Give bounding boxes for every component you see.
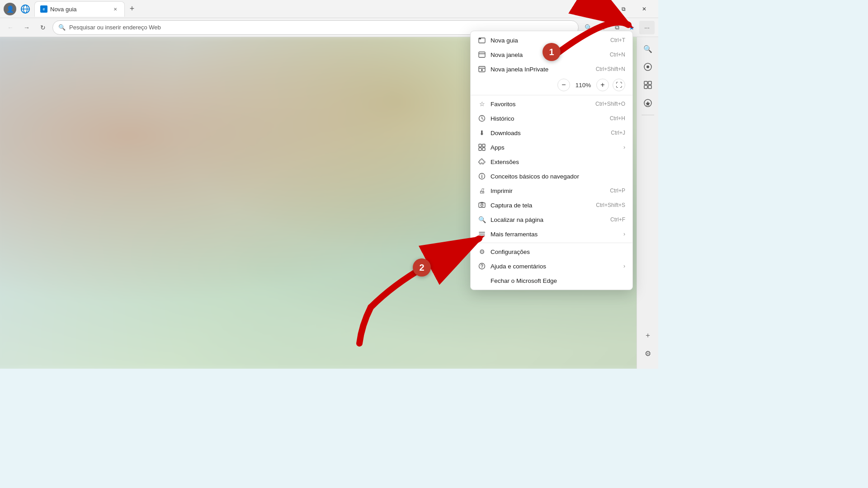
minimize-button[interactable]: —	[592, 2, 613, 16]
sidebar-copilot-button[interactable]	[640, 59, 656, 75]
menu-item-downloads[interactable]: ⬇ Downloads Ctrl+J	[471, 126, 632, 140]
screenshot-icon	[478, 201, 486, 209]
menu-item-conceitos[interactable]: Conceitos básicos do navegador	[471, 169, 632, 183]
ajuda-label: Ajuda e comentários	[491, 263, 619, 270]
inprivate-shortcut: Ctrl+Shift+N	[596, 66, 625, 72]
close-button[interactable]: ✕	[634, 2, 655, 16]
back-button[interactable]: ←	[4, 21, 17, 34]
context-menu: Nova guia Ctrl+T Nova janela Ctrl+N Nova…	[470, 31, 633, 290]
window-icon	[478, 51, 486, 59]
zoom-row: − 110% + ⛶	[471, 76, 632, 94]
svg-rect-8	[648, 85, 651, 89]
svg-rect-5	[644, 81, 647, 84]
zoom-plus-button[interactable]: +	[596, 79, 609, 91]
menu-item-inprivate[interactable]: Nova janela InPrivate Ctrl+Shift+N	[471, 62, 632, 76]
print-icon: 🖨	[478, 187, 486, 195]
downloads-label: Downloads	[491, 130, 606, 136]
downloads-shortcut: Ctrl+J	[611, 130, 625, 136]
sidebar-search-button[interactable]: 🔍	[640, 41, 656, 57]
tab-icon	[478, 36, 486, 44]
captura-label: Captura de tela	[491, 202, 591, 209]
zoom-minus-button[interactable]: −	[557, 79, 570, 91]
tab-close-button[interactable]: ✕	[112, 5, 119, 13]
menu-item-favoritos[interactable]: ☆ Favoritos Ctrl+Shift+O	[471, 97, 632, 111]
nova-janela-shortcut: Ctrl+N	[610, 52, 625, 58]
fechar-label: Fechar o Microsoft Edge	[491, 277, 625, 284]
browser-logo	[19, 3, 32, 15]
ajuda-arrow: ›	[623, 263, 625, 269]
refresh-button[interactable]: ↻	[36, 21, 50, 34]
find-icon: 🔍	[478, 216, 486, 224]
menu-divider-2	[471, 243, 632, 243]
historico-shortcut: Ctrl+H	[610, 115, 625, 122]
profile-avatar[interactable]: 👤	[4, 3, 16, 15]
menu-divider-1	[471, 95, 632, 95]
svg-point-22	[481, 204, 483, 206]
more-tools-icon	[478, 230, 486, 238]
tab-title: Nova guia	[50, 6, 77, 13]
star-icon: ☆	[478, 100, 486, 108]
imprimir-label: Imprimir	[491, 188, 605, 194]
sidebar-discover-button[interactable]	[640, 95, 656, 111]
restore-button[interactable]: ⧉	[613, 2, 634, 16]
title-bar: 👤 e Nova guia ✕ + — ⧉ ✕	[0, 0, 658, 18]
svg-point-20	[481, 175, 482, 176]
mais-arrow: ›	[623, 231, 625, 237]
svg-rect-6	[648, 81, 651, 84]
nova-janela-label: Nova janela	[491, 52, 605, 58]
svg-rect-16	[482, 144, 485, 147]
apps-arrow: ›	[623, 144, 625, 150]
nova-guia-label: Nova guia	[491, 37, 606, 44]
new-tab-button[interactable]: +	[126, 3, 138, 15]
svg-rect-21	[479, 203, 485, 207]
menu-item-mais[interactable]: Mais ferramentas ›	[471, 227, 632, 241]
help-icon	[478, 262, 486, 270]
imprimir-shortcut: Ctrl+P	[610, 188, 625, 194]
menu-item-apps[interactable]: Apps ›	[471, 140, 632, 155]
tab-favicon: e	[40, 5, 47, 13]
settings-more-button[interactable]: ···	[639, 21, 655, 34]
tab-bar: 👤 e Nova guia ✕ +	[4, 1, 592, 17]
menu-item-captura[interactable]: Captura de tela Ctrl+Shift+S	[471, 198, 632, 212]
address-text: Pesquisar ou inserir endereço Web	[69, 24, 161, 31]
history-icon	[478, 114, 486, 122]
svg-point-4	[646, 66, 649, 68]
menu-item-nova-janela[interactable]: Nova janela Ctrl+N	[471, 47, 632, 62]
active-tab[interactable]: e Nova guia ✕	[34, 1, 125, 17]
right-sidebar: 🔍 ＋ ⚙	[637, 37, 658, 369]
menu-item-fechar[interactable]: Fechar o Microsoft Edge	[471, 273, 632, 288]
sidebar-settings-button[interactable]: ⚙	[640, 345, 656, 361]
extensions-icon	[478, 158, 486, 166]
sidebar-divider	[642, 115, 654, 115]
menu-item-nova-guia[interactable]: Nova guia Ctrl+T	[471, 33, 632, 47]
menu-item-historico[interactable]: Histórico Ctrl+H	[471, 111, 632, 126]
inprivate-label: Nova janela InPrivate	[491, 66, 591, 73]
zoom-fullscreen-button[interactable]: ⛶	[613, 79, 625, 91]
historico-label: Histórico	[491, 115, 605, 122]
inprivate-icon	[478, 65, 486, 73]
conceitos-label: Conceitos básicos do navegador	[491, 173, 625, 180]
window-controls: — ⧉ ✕	[592, 2, 655, 16]
svg-rect-18	[482, 148, 485, 150]
mais-label: Mais ferramentas	[491, 231, 619, 238]
menu-item-localizar[interactable]: 🔍 Localizar na página Ctrl+F	[471, 212, 632, 227]
localizar-shortcut: Ctrl+F	[610, 216, 625, 223]
svg-point-25	[481, 267, 482, 268]
sidebar-collections-button[interactable]	[640, 77, 656, 93]
apps-label: Apps	[491, 144, 619, 151]
favoritos-label: Favoritos	[491, 101, 591, 108]
svg-rect-7	[644, 85, 647, 89]
menu-item-extensoes[interactable]: Extensões	[471, 155, 632, 169]
sidebar-plus-button[interactable]: ＋	[640, 327, 656, 343]
close-edge-icon	[478, 277, 486, 285]
menu-item-configuracoes[interactable]: ⚙ Configurações	[471, 244, 632, 259]
svg-rect-15	[479, 144, 481, 147]
apps-icon	[478, 143, 486, 151]
menu-item-ajuda[interactable]: Ajuda e comentários ›	[471, 259, 632, 273]
localizar-label: Localizar na página	[491, 216, 606, 223]
svg-point-13	[481, 69, 483, 71]
settings-icon: ⚙	[478, 248, 486, 256]
extensoes-label: Extensões	[491, 159, 625, 165]
menu-item-imprimir[interactable]: 🖨 Imprimir Ctrl+P	[471, 183, 632, 198]
forward-button[interactable]: →	[20, 21, 33, 34]
